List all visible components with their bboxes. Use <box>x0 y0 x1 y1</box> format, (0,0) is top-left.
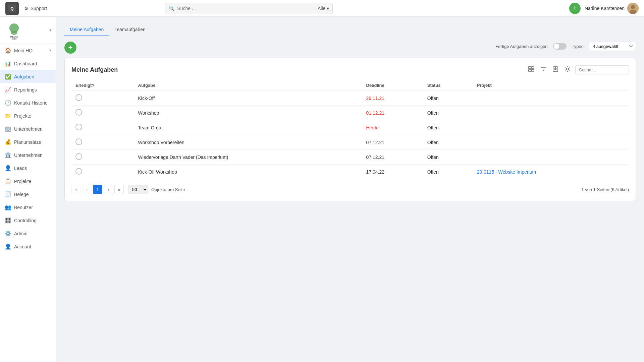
sidebar-item-leads[interactable]: 👤 Leads <box>0 162 56 175</box>
objects-per-page-label: Objekte pro Seite <box>151 187 185 192</box>
search-filter-label: Alle <box>318 6 325 11</box>
task-status: Offen <box>423 106 473 120</box>
sidebar-item-unternehmen[interactable]: 🏢 Unternehmen <box>0 122 56 135</box>
sidebar-item-aufgaben[interactable]: ✅ Aufgaben <box>0 70 56 83</box>
sidebar-item-label: Planumsätze <box>14 139 41 145</box>
prev-page-button[interactable]: ‹ <box>82 185 92 194</box>
support-label: Support <box>31 6 47 11</box>
sidebar-item-account[interactable]: 👤 Account <box>0 240 56 253</box>
benutzer-icon: 👥 <box>5 204 11 210</box>
sidebar-logo-area: MEDIA GMBH ▾ <box>0 17 56 44</box>
task-deadline: 17.04.22 <box>362 165 423 179</box>
view-toggle-button[interactable] <box>527 65 536 75</box>
task-deadline: Heute <box>362 120 423 135</box>
app-logo[interactable]: Q <box>5 2 19 15</box>
next-page-button[interactable]: › <box>104 185 113 194</box>
sidebar-expand-icon[interactable]: ▾ <box>49 28 51 33</box>
support-nav[interactable]: ⚙ Support <box>24 6 47 11</box>
table-search-input[interactable] <box>575 65 629 74</box>
table-actions <box>527 65 629 75</box>
task-done-checkbox[interactable] <box>75 153 82 160</box>
task-status: Offen <box>423 165 473 179</box>
svg-point-6 <box>11 31 17 35</box>
sidebar-item-planumsatze[interactable]: 💰 Planumsätze <box>0 135 56 148</box>
sidebar-item-label: Kontakt-Historie <box>14 100 48 106</box>
task-done-checkbox[interactable] <box>75 168 82 175</box>
search-bar: 🔍 Alle ▾ <box>165 3 333 14</box>
user-name: Nadine Karstensen <box>585 6 625 11</box>
page-size-select[interactable]: 50 10 25 100 <box>128 185 148 194</box>
table-row: Workshop01.12.21Offen <box>71 106 629 120</box>
toggle-switch[interactable] <box>553 43 567 50</box>
projekte2-icon: 📋 <box>5 178 11 184</box>
page-info: 1 von 1 Seiten (6 Artikel) <box>581 187 629 192</box>
table-title: Meine Aufgaben <box>71 66 118 73</box>
tab-meine-aufgaben[interactable]: Meine Aufgaben <box>64 23 109 36</box>
col-status: Status <box>423 80 473 91</box>
svg-point-19 <box>567 68 569 70</box>
task-name: Kick-Off Workshop <box>134 165 362 179</box>
add-task-button[interactable]: + <box>64 42 76 54</box>
svg-text:MEDIA: MEDIA <box>10 36 18 38</box>
unternehmen2-icon: 🏛️ <box>5 152 11 158</box>
task-deadline: 07.12.21 <box>362 135 423 150</box>
task-project <box>473 91 629 106</box>
search-filter-dropdown[interactable]: Alle ▾ <box>315 6 329 11</box>
projekte-icon: 📁 <box>5 113 11 119</box>
types-label: Typen <box>572 44 584 49</box>
tab-teamaufgaben[interactable]: Teamaufgaben <box>109 23 151 36</box>
page-1-button[interactable]: 1 <box>93 185 102 194</box>
sidebar-item-belege[interactable]: 🧾 Belege <box>0 188 56 201</box>
task-done-checkbox[interactable] <box>75 138 82 145</box>
task-project <box>473 150 629 165</box>
tasks-tbody: Kick-Off29.11.21OffenWorkshop01.12.21Off… <box>71 91 629 179</box>
company-logo: MEDIA GMBH <box>5 21 23 40</box>
toggle-label: Fertige Aufgaben anzeigen <box>495 44 547 49</box>
sidebar-item-label: Admin <box>14 231 28 236</box>
last-page-button[interactable]: » <box>114 185 124 194</box>
settings-button[interactable] <box>563 65 572 75</box>
table-row: Team OrgaHeuteOffen <box>71 120 629 135</box>
sidebar-item-label: Aufgaben <box>14 74 34 79</box>
admin-icon: ⚙️ <box>5 230 11 237</box>
tabs: Meine Aufgaben Teamaufgaben <box>64 23 636 36</box>
sidebar-item-label: Mein HQ <box>14 48 33 53</box>
types-select[interactable]: 4 ausgewählt <box>589 42 636 51</box>
col-erledigt: Erledigt? <box>71 80 134 91</box>
sidebar-item-projekte[interactable]: 📁 Projekte <box>0 109 56 122</box>
export-button[interactable] <box>551 65 560 75</box>
col-aufgabe: Aufgabe <box>134 80 362 91</box>
task-done-checkbox[interactable] <box>75 94 82 101</box>
sidebar-item-mein-hq[interactable]: 🏠 Mein HQ ▾ <box>0 44 56 57</box>
sidebar-item-projekte2[interactable]: 📋 Projekte <box>0 175 56 188</box>
sidebar-item-label: Unternehmen <box>14 126 43 132</box>
table-row: Wiedervorlage Darth Vader (Das Imperium)… <box>71 150 629 165</box>
task-status: Offen <box>423 91 473 106</box>
sidebar-item-label: Controlling <box>14 218 37 223</box>
sidebar-item-kontakt-historie[interactable]: 🕐 Kontakt-Historie <box>0 96 56 109</box>
global-add-button[interactable]: + <box>569 3 581 14</box>
pagination: « ‹ 1 › » 50 10 25 100 Objekte pro Seite… <box>71 185 629 194</box>
sidebar-item-reportings[interactable]: 📈 Reportings <box>0 83 56 96</box>
task-done-checkbox[interactable] <box>75 109 82 116</box>
sidebar-item-label: Projekte <box>14 113 31 119</box>
reportings-icon: 📈 <box>5 86 11 93</box>
sidebar-item-admin[interactable]: ⚙️ Admin <box>0 227 56 240</box>
planumsatze-icon: 💰 <box>5 139 11 145</box>
account-icon: 👤 <box>5 243 11 250</box>
sidebar-item-dashboard[interactable]: 📊 Dashboard <box>0 57 56 70</box>
sidebar-item-controlling[interactable]: 🎛️ Controlling <box>0 214 56 227</box>
table-row: Workshop Vorbereiten07.12.21Offen <box>71 135 629 150</box>
task-project <box>473 135 629 150</box>
task-done-checkbox[interactable] <box>75 124 82 130</box>
svg-rect-10 <box>532 66 534 69</box>
user-info[interactable]: Nadine Karstensen <box>585 3 639 14</box>
first-page-button[interactable]: « <box>71 185 81 194</box>
task-project-link[interactable]: 20-0115 - Website Imperium <box>477 169 536 175</box>
task-deadline: 29.11.21 <box>362 91 423 106</box>
sidebar-item-unternehmen2[interactable]: 🏛️ Unternehmen <box>0 148 56 162</box>
sidebar-item-benutzer[interactable]: 👥 Benutzer <box>0 201 56 214</box>
dashboard-icon: 📊 <box>5 60 11 67</box>
search-input[interactable] <box>177 6 315 11</box>
filter-button[interactable] <box>539 65 548 75</box>
